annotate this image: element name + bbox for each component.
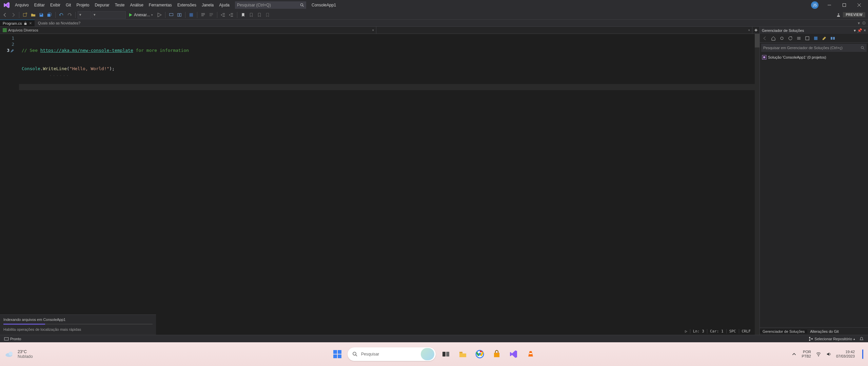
editor-vertical-scrollbar[interactable] — [755, 34, 760, 335]
taskbar-weather-widget[interactable]: 23°C Nublado — [5, 349, 33, 359]
editor-line[interactable]: Ln: 3 — [690, 329, 707, 333]
uncomment-button[interactable] — [208, 11, 215, 19]
start-button[interactable] — [331, 347, 344, 361]
sol-showall-button[interactable] — [804, 35, 811, 42]
bookmark-clear-button[interactable] — [264, 11, 271, 19]
open-file-button[interactable] — [29, 11, 37, 19]
status-bar: Pronto Selecionar Repositório ▴ — [0, 335, 868, 342]
menu-teste[interactable]: Teste — [112, 1, 127, 9]
svg-point-15 — [864, 23, 865, 24]
status-notifications-button[interactable] — [857, 337, 866, 341]
new-project-button[interactable] — [21, 11, 29, 19]
solution-root-node[interactable]: Solução 'ConsoleApp1' (0 projetos) — [762, 54, 866, 60]
find-button[interactable] — [188, 11, 195, 19]
taskbar-file-explorer[interactable] — [456, 347, 470, 361]
editor-col[interactable]: Car: 1 — [707, 329, 726, 333]
sol-collapse-button[interactable] — [795, 35, 803, 42]
bookmark-next-button[interactable] — [256, 11, 263, 19]
wifi-icon[interactable] — [816, 351, 821, 357]
solution-explorer-header[interactable]: Gerenciador de Soluções ▾ 📌 × — [760, 27, 868, 34]
menu-ferramentas[interactable]: Ferramentas — [146, 1, 175, 9]
step-over-button[interactable] — [176, 11, 183, 19]
navbar-split-button[interactable]: ✚ — [752, 28, 760, 33]
bookmark-prev-button[interactable] — [248, 11, 255, 19]
solution-tree[interactable]: Solução 'ConsoleApp1' (0 projetos) — [760, 53, 868, 327]
nav-fwd-button[interactable] — [9, 11, 17, 19]
taskbar-task-view[interactable] — [439, 347, 453, 361]
sol-back-button[interactable] — [761, 35, 769, 42]
start-debug-button[interactable]: Anexar... ▾ — [126, 11, 155, 19]
menu-arquivo[interactable]: Arquivo — [12, 1, 32, 9]
save-all-button[interactable] — [46, 11, 53, 19]
solution-footer-tab-git[interactable]: Alterações do Git — [807, 329, 841, 333]
menu-bar: Arquivo Editar Exibir Git Projeto Depura… — [12, 1, 232, 9]
window-maximize-button[interactable] — [837, 0, 852, 10]
tab-whats-new[interactable]: Quais são as Novidades? — [35, 20, 84, 26]
menu-depurar[interactable]: Depurar — [92, 1, 112, 9]
menu-extensoes[interactable]: Extensões — [175, 1, 199, 9]
account-avatar[interactable]: JS — [811, 1, 818, 9]
taskbar-vlc[interactable] — [524, 347, 537, 361]
indent-button[interactable] — [228, 11, 235, 19]
tray-clock[interactable]: 19:42 07/03/2023 — [836, 350, 855, 359]
panel-dropdown-button[interactable]: ▾ — [854, 28, 856, 33]
sol-properties-button[interactable] — [821, 35, 828, 42]
tray-notification-indicator[interactable] — [862, 349, 863, 359]
goto-last-edit-icon[interactable]: ▷ — [682, 329, 690, 333]
code-editor[interactable]: 1 2 3 // See https://aka.ms/new-console-… — [0, 34, 760, 335]
taskbar-chrome[interactable] — [473, 347, 487, 361]
redo-button[interactable] — [66, 11, 73, 19]
editor-indent[interactable]: SPC — [726, 329, 739, 333]
sol-home-button[interactable] — [770, 35, 777, 42]
sol-view-button[interactable] — [829, 35, 836, 42]
sol-refresh-button[interactable] — [787, 35, 794, 42]
menu-projeto[interactable]: Projeto — [74, 1, 92, 9]
navbar-member-dropdown[interactable]: ▾ — [748, 28, 752, 32]
code-text-area[interactable]: // See https://aka.ms/new-console-templa… — [19, 34, 755, 335]
solution-footer-tab-explorer[interactable]: Gerenciador de Soluções — [760, 329, 807, 333]
panel-close-button[interactable]: × — [864, 28, 866, 33]
save-button[interactable] — [38, 11, 45, 19]
menu-editar[interactable]: Editar — [32, 1, 47, 9]
editor-eol[interactable]: CRLF — [739, 329, 754, 333]
tab-settings-icon[interactable] — [862, 21, 866, 25]
tray-language[interactable]: POR PTB2 — [802, 350, 811, 359]
menu-analise[interactable]: Análise — [127, 1, 146, 9]
volume-icon[interactable] — [826, 351, 831, 357]
bookmark-button[interactable] — [239, 11, 247, 19]
navbar-scope[interactable]: Arquivos Diversos — [0, 28, 41, 32]
tab-dropdown-button[interactable]: ▼ — [857, 21, 861, 25]
menu-ajuda[interactable]: Ajuda — [216, 1, 232, 9]
nav-back-button[interactable] — [1, 11, 9, 19]
taskbar-store[interactable] — [490, 347, 504, 361]
sol-preview-button[interactable] — [812, 35, 820, 42]
live-share-button[interactable] — [835, 11, 842, 19]
solution-config-dropdown[interactable]: ▾ — [78, 11, 91, 19]
outdent-button[interactable] — [219, 11, 227, 19]
tab-close-button[interactable]: × — [29, 21, 32, 26]
sol-sync-button[interactable] — [778, 35, 786, 42]
solution-explorer-search[interactable]: Pesquisar em Gerenciador de Soluções (Ct… — [761, 44, 867, 52]
status-repo-selector[interactable]: Selecionar Repositório ▴ — [806, 337, 857, 341]
window-minimize-button[interactable] — [822, 0, 837, 10]
tray-chevron-up-icon[interactable] — [791, 351, 797, 357]
title-bar: Arquivo Editar Exibir Git Projeto Depura… — [0, 0, 868, 10]
taskbar-visual-studio[interactable] — [507, 347, 520, 361]
code-url[interactable]: https://aka.ms/new-console-template — [40, 48, 133, 53]
output-icon[interactable] — [4, 337, 9, 341]
quick-launch-search[interactable]: Pesquisar (Ctrl+Q) — [235, 1, 306, 9]
comment-button[interactable] — [199, 11, 207, 19]
tab-program-cs[interactable]: Program.cs × — [0, 20, 35, 26]
navbar-scope-dropdown[interactable]: ▾ — [372, 28, 376, 32]
start-nodebug-button[interactable] — [156, 11, 163, 19]
window-close-button[interactable] — [852, 0, 867, 10]
menu-git[interactable]: Git — [63, 1, 74, 9]
menu-janela[interactable]: Janela — [199, 1, 216, 9]
solution-platform-dropdown[interactable]: ▾ — [92, 11, 126, 19]
menu-exibir[interactable]: Exibir — [47, 1, 63, 9]
undo-button[interactable] — [58, 11, 65, 19]
panel-pin-button[interactable]: 📌 — [857, 28, 862, 33]
step-into-button[interactable] — [167, 11, 175, 19]
main-area: Arquivos Diversos ▾ ▾ ✚ 1 2 3 // See htt… — [0, 27, 868, 335]
taskbar-search[interactable]: Pesquisar — [348, 347, 436, 361]
